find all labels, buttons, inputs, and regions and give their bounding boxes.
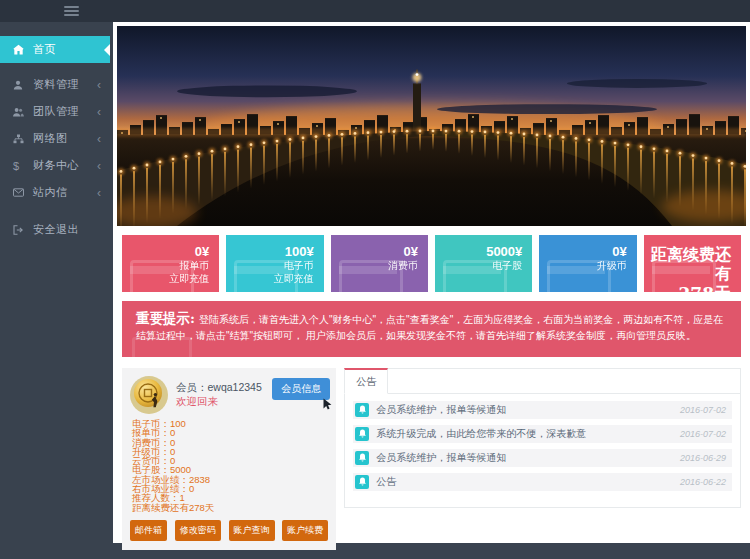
bell-icon bbox=[355, 427, 369, 441]
chevron-left-icon: ‹ bbox=[97, 79, 101, 91]
announcements-list: 会员系统维护，报单等候通知 2016-07-02 系统升级完成，由此给您带来的不… bbox=[345, 394, 740, 507]
mail-icon bbox=[13, 188, 29, 197]
avatar bbox=[130, 376, 168, 414]
logout-icon bbox=[13, 225, 29, 235]
change-password-button[interactable]: 修改密码 bbox=[175, 520, 221, 541]
stat-card-dianzigu[interactable]: 5000¥ 电子股 bbox=[435, 235, 532, 292]
stat-value: 0¥ bbox=[122, 244, 209, 259]
topbar bbox=[0, 0, 750, 22]
bottom-row: 会员：ewqa12345 欢迎回来 会员信息 电子币：100 报单币：0 消费币… bbox=[122, 368, 741, 550]
sidebar: 首页 资料管理 ‹ 团队管理 ‹ 网络图 ‹ $ 财务中心 ‹ 站内信 ‹ bbox=[0, 22, 110, 559]
member-actions: 邮件箱 修改密码 账户查询 账户续费 bbox=[130, 520, 328, 541]
announcement-text: 会员系统维护，报单等候通知 bbox=[376, 451, 680, 465]
stat-label: 电子币 bbox=[226, 259, 313, 272]
member-identity: 会员：ewqa12345 欢迎回来 bbox=[176, 376, 262, 414]
important-notice-banner: 重要提示:登陆系统后，请首先进入个人"财务中心"，点击"查看奖金"，左面为应得奖… bbox=[122, 301, 741, 357]
sidebar-item-finance[interactable]: $ 财务中心 ‹ bbox=[0, 152, 110, 179]
menu-toggle-icon[interactable] bbox=[64, 6, 79, 17]
stat-cards-row: 0¥ 报单币 立即充值 100¥ 电子币 立即充值 0¥ 消费币 5000¥ 电… bbox=[122, 235, 741, 292]
chevron-left-icon: ‹ bbox=[97, 133, 101, 145]
stat-card-baodanbi[interactable]: 0¥ 报单币 立即充值 bbox=[122, 235, 219, 292]
stat-label: 消费币 bbox=[331, 259, 418, 272]
member-name: 会员：ewqa12345 bbox=[176, 380, 262, 394]
bell-icon bbox=[355, 451, 369, 465]
sidebar-item-label: 团队管理 bbox=[33, 104, 79, 119]
network-icon bbox=[13, 134, 29, 144]
stat-value: 100¥ bbox=[226, 244, 313, 259]
stat-action: 立即充值 bbox=[226, 272, 313, 285]
announcement-text: 公告 bbox=[376, 475, 680, 489]
sidebar-item-label: 资料管理 bbox=[33, 77, 79, 92]
bell-icon bbox=[355, 475, 369, 489]
chevron-left-icon: ‹ bbox=[97, 160, 101, 172]
announcement-date: 2016-06-29 bbox=[680, 453, 726, 463]
mouse-cursor-icon bbox=[323, 398, 332, 412]
notice-prefix: 重要提示: bbox=[136, 310, 195, 326]
welcome-text: 欢迎回来 bbox=[176, 394, 262, 408]
renewal-text: 距离续费还有 bbox=[644, 245, 731, 283]
renewal-days: 278天 bbox=[644, 283, 731, 292]
member-stats: 电子币：100 报单币：0 消费币：0 升级币：0 云货币：0 电子股：5000… bbox=[130, 419, 328, 512]
stat-card-dianzibi[interactable]: 100¥ 电子币 立即充值 bbox=[226, 235, 323, 292]
announcement-date: 2016-06-22 bbox=[680, 477, 726, 487]
stat-action: 立即充值 bbox=[122, 272, 209, 285]
announcement-text: 系统升级完成，由此给您带来的不便，深表歉意 bbox=[376, 427, 680, 441]
announcement-date: 2016-07-02 bbox=[680, 429, 726, 439]
member-panel: 会员：ewqa12345 欢迎回来 会员信息 电子币：100 报单币：0 消费币… bbox=[122, 368, 336, 550]
announcement-item[interactable]: 系统升级完成，由此给您带来的不便，深表歉意 2016-07-02 bbox=[353, 425, 732, 443]
announcement-item[interactable]: 会员系统维护，报单等候通知 2016-06-29 bbox=[353, 449, 732, 467]
account-query-button[interactable]: 账户查询 bbox=[229, 520, 275, 541]
sidebar-item-label: 财务中心 bbox=[33, 158, 79, 173]
hero-image bbox=[117, 26, 746, 226]
tab-announcements[interactable]: 公告 bbox=[344, 368, 388, 394]
stat-label: 电子股 bbox=[435, 259, 522, 272]
content-panel: 0¥ 报单币 立即充值 100¥ 电子币 立即充值 0¥ 消费币 5000¥ 电… bbox=[113, 22, 750, 543]
stat-label: 报单币 bbox=[122, 259, 209, 272]
sidebar-item-logout[interactable]: 安全退出 bbox=[0, 216, 110, 243]
account-renew-button[interactable]: 账户续费 bbox=[282, 520, 328, 541]
announcements-panel: 公告 会员系统维护，报单等候通知 2016-07-02 系统升级完成，由此给您带… bbox=[344, 368, 741, 508]
sidebar-item-network[interactable]: 网络图 ‹ bbox=[0, 125, 110, 152]
sidebar-item-label: 安全退出 bbox=[33, 222, 79, 237]
bell-icon bbox=[355, 403, 369, 417]
finance-icon: $ bbox=[13, 160, 29, 172]
sidebar-item-label: 首页 bbox=[33, 42, 56, 57]
sidebar-item-profile[interactable]: 资料管理 ‹ bbox=[0, 71, 110, 98]
team-icon bbox=[13, 107, 29, 117]
stat-value: 0¥ bbox=[331, 244, 418, 259]
announcement-item[interactable]: 会员系统维护，报单等候通知 2016-07-02 bbox=[353, 401, 732, 419]
sidebar-item-label: 网络图 bbox=[33, 131, 68, 146]
stat-label: 升级币 bbox=[539, 259, 626, 272]
stat-row: 距离续费还有278天 bbox=[130, 503, 328, 512]
sidebar-item-messages[interactable]: 站内信 ‹ bbox=[0, 179, 110, 206]
stat-card-xiaofeibi[interactable]: 0¥ 消费币 bbox=[331, 235, 428, 292]
stat-value: 5000¥ bbox=[435, 244, 522, 259]
sidebar-item-label: 站内信 bbox=[33, 185, 68, 200]
member-header: 会员：ewqa12345 欢迎回来 会员信息 bbox=[130, 376, 328, 414]
stat-value: 0¥ bbox=[539, 244, 626, 259]
announcement-text: 会员系统维护，报单等候通知 bbox=[376, 403, 680, 417]
notice-text: 登陆系统后，请首先进入个人"财务中心"，点击"查看奖金"，左面为应得奖金，右面为… bbox=[136, 314, 723, 341]
announcement-item[interactable]: 公告 2016-06-22 bbox=[353, 473, 732, 491]
sidebar-item-team[interactable]: 团队管理 ‹ bbox=[0, 98, 110, 125]
stat-card-renewal-days[interactable]: 距离续费还有 278天 bbox=[644, 235, 741, 292]
announcements-tabbar: 公告 bbox=[345, 369, 740, 394]
chevron-left-icon: ‹ bbox=[97, 106, 101, 118]
announcement-date: 2016-07-02 bbox=[680, 405, 726, 415]
active-notch bbox=[104, 44, 110, 56]
chevron-left-icon: ‹ bbox=[97, 187, 101, 199]
user-icon bbox=[13, 80, 29, 90]
stat-card-shengjibi[interactable]: 0¥ 升级币 bbox=[539, 235, 636, 292]
home-icon bbox=[13, 44, 29, 55]
sidebar-item-home[interactable]: 首页 bbox=[0, 36, 110, 63]
member-info-button[interactable]: 会员信息 bbox=[272, 378, 330, 400]
mailbox-button[interactable]: 邮件箱 bbox=[130, 520, 167, 541]
